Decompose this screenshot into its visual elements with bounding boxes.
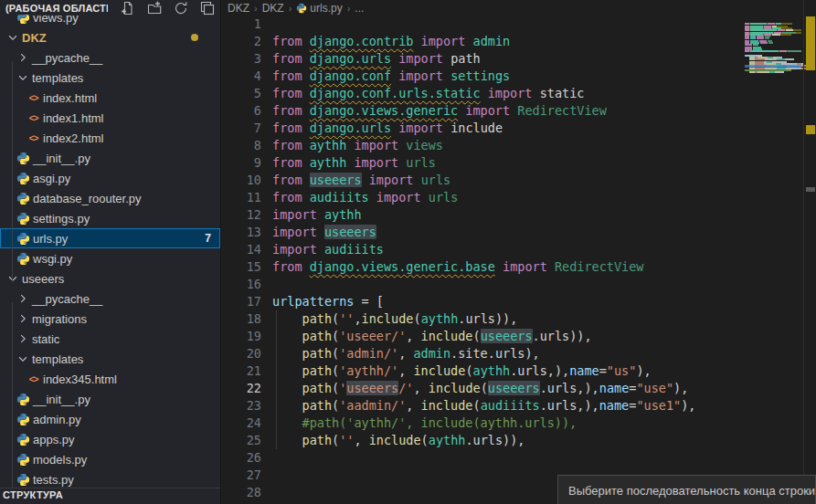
- html-icon: <>: [29, 133, 38, 143]
- eol-tooltip: Выберите последовательность конца строки: [557, 475, 816, 504]
- tree-item-label: database_roouter.py: [33, 192, 142, 205]
- new-file-button[interactable]: [121, 1, 135, 16]
- code-line: path('aadmin/', include(audiiits.urls,),…: [272, 397, 695, 415]
- tree-item-label: templates: [32, 352, 83, 366]
- line-number: 4: [221, 68, 261, 85]
- tree-file-index1-html[interactable]: <>index1.html: [0, 108, 220, 128]
- code-line: from audiiits import urls: [272, 189, 695, 206]
- indent-guide: [12, 61, 13, 282]
- tree-folder--pycache-[interactable]: __pycache__: [0, 47, 220, 68]
- line-number: 11: [221, 189, 261, 206]
- tree-file-index345-html[interactable]: <>index345.html: [0, 369, 220, 389]
- tree-folder--pycache-[interactable]: __pycache__: [0, 289, 220, 309]
- explorer-section-header[interactable]: (РАБОЧАЯ ОБЛАСТЬ) ...: [0, 0, 220, 15]
- tree-file-index-html[interactable]: <>index.html: [0, 88, 220, 108]
- tree-item-label: wsgi.py: [33, 252, 72, 266]
- line-number: 24: [221, 415, 261, 432]
- minimap[interactable]: [745, 10, 801, 193]
- indent-guide: [12, 302, 13, 489]
- breadcrumb-item[interactable]: DKZ: [262, 2, 284, 15]
- python-icon: [16, 172, 30, 185]
- vscode-window: (РАБОЧАЯ ОБЛАСТЬ) ... views.pyDKZ__pycac…: [0, 0, 816, 504]
- tree-file-database-roouter-py[interactable]: database_roouter.py: [0, 188, 220, 208]
- python-icon: [16, 413, 30, 426]
- tree-item-label: index1.html: [43, 111, 103, 125]
- tree-item-label: index.html: [43, 91, 97, 105]
- python-icon: [16, 14, 30, 25]
- ruler-mark: [806, 187, 815, 192]
- tree-file-tests-py[interactable]: tests.py: [0, 469, 220, 489]
- code-line: path('',include(aythh.urls)),: [272, 310, 695, 328]
- new-folder-icon: [147, 1, 162, 16]
- collapse-all-button[interactable]: [200, 1, 215, 16]
- outline-section-header[interactable]: СТРУКТУРА: [0, 488, 220, 504]
- tree-file-wsgi-py[interactable]: wsgi.py: [0, 248, 220, 268]
- refresh-button[interactable]: [174, 1, 188, 16]
- code-line: path('admin/', admin.site.urls),: [272, 345, 695, 362]
- line-number: 3: [221, 50, 261, 68]
- tree-file-urls-py[interactable]: urls.py7: [0, 228, 220, 248]
- line-number: 19: [221, 328, 261, 345]
- tree-folder-templates[interactable]: templates: [0, 68, 220, 88]
- tree-item-label: useeers: [22, 272, 64, 286]
- tree-item-label: static: [32, 332, 59, 346]
- tree-file-settings-py[interactable]: settings.py: [0, 208, 220, 228]
- tree-folder-templates[interactable]: templates: [0, 349, 220, 369]
- tree-item-label: settings.py: [33, 212, 90, 226]
- code-line: from aythh import urls: [272, 154, 695, 172]
- chevron-down-icon: [16, 71, 29, 84]
- ruler-mark: [806, 125, 815, 134]
- tree-item-label: tests.py: [33, 473, 74, 487]
- new-folder-button[interactable]: [147, 1, 162, 16]
- tree-item-label: views.py: [33, 14, 79, 25]
- tree-folder-migrations[interactable]: migrations: [0, 309, 220, 329]
- line-number: 12: [221, 206, 261, 224]
- line-number-gutter[interactable]: 1234567891011121314151617181920212223242…: [221, 16, 261, 501]
- overview-ruler[interactable]: [803, 0, 816, 504]
- breadcrumb-item[interactable]: urls.py: [296, 2, 342, 15]
- line-number: 26: [221, 449, 261, 467]
- tree-file-index2-html[interactable]: <>index2.html: [0, 128, 220, 148]
- tree-item-label: __init__.py: [33, 393, 90, 406]
- tree-file-models-py[interactable]: models.py: [0, 449, 220, 469]
- tree-item-label: index2.html: [43, 131, 103, 145]
- tree-file-apps-py[interactable]: apps.py: [0, 429, 220, 449]
- tree-item-label: __init__.py: [33, 152, 90, 165]
- new-file-icon: [121, 1, 135, 16]
- line-number: 21: [221, 362, 261, 380]
- outline-label: СТРУКТУРА: [3, 489, 63, 500]
- line-number: 1: [221, 16, 261, 33]
- eol-tooltip-text: Выберите последовательность конца строки: [568, 484, 815, 498]
- code-content[interactable]: from django.contrib import adminfrom dja…: [272, 16, 695, 501]
- tree-file--init-py[interactable]: __init__.py: [0, 389, 220, 409]
- code-line: import useeers: [272, 224, 695, 241]
- line-number: 5: [221, 85, 261, 102]
- tree-item-label: models.py: [33, 453, 87, 467]
- collapse-all-icon: [200, 1, 215, 16]
- tree-file-asgi-py[interactable]: asgi.py: [0, 168, 220, 188]
- python-icon: [16, 152, 30, 165]
- html-icon: <>: [29, 93, 38, 103]
- chevron-right-icon: [16, 292, 29, 305]
- breadcrumb-item[interactable]: DKZ: [228, 2, 249, 15]
- line-number: 22: [221, 380, 261, 397]
- code-line: from django.views.generic import Redirec…: [272, 102, 695, 120]
- code-line: path('useeers/', include(useeers.urls,),…: [272, 380, 695, 397]
- tree-folder-dkz[interactable]: DKZ: [0, 27, 220, 47]
- code-line: from django.urls import path: [272, 50, 695, 68]
- code-line: path('aythh/', include(aythh.urls,),name…: [272, 362, 695, 380]
- code-line: from django.conf.urls.static import stat…: [272, 85, 695, 102]
- line-number: 10: [221, 172, 261, 189]
- breadcrumb-item[interactable]: ...: [355, 2, 364, 15]
- tree-folder-useeers[interactable]: useeers: [0, 268, 220, 289]
- explorer-sidebar: (РАБОЧАЯ ОБЛАСТЬ) ... views.pyDKZ__pycac…: [0, 0, 221, 504]
- tree-file-admin-py[interactable]: admin.py: [0, 409, 220, 429]
- chevron-right-icon: [16, 332, 29, 345]
- line-number: 6: [221, 102, 261, 120]
- tree-folder-static[interactable]: static: [0, 329, 220, 349]
- tree-file-views-py[interactable]: views.py: [0, 14, 220, 27]
- tree-item-label: urls.py: [33, 232, 68, 246]
- code-line: path('useeer/', include(useeers.urls)),: [272, 328, 695, 345]
- tree-file--init-py[interactable]: __init__.py: [0, 148, 220, 168]
- tree-item-label: migrations: [32, 312, 87, 326]
